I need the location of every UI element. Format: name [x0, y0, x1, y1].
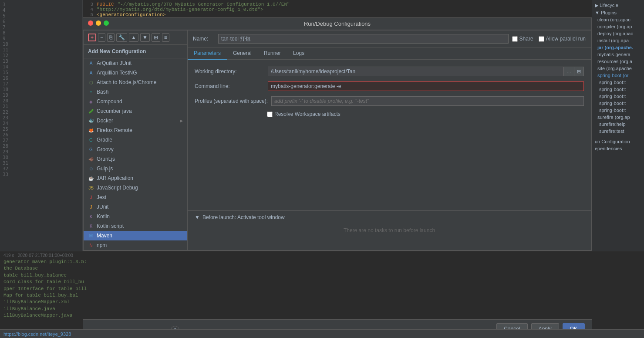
working-directory-row: Working directory: … ⊞	[195, 67, 584, 76]
config-item-label: Jest	[97, 194, 183, 200]
config-item-icon: J	[88, 204, 94, 210]
config-item-icon: JS	[88, 185, 94, 191]
config-item-icon: J	[88, 194, 94, 200]
wrench-button[interactable]: 🔧	[116, 33, 127, 42]
command-line-input[interactable]	[268, 81, 584, 91]
before-launch-empty-text: There are no tasks to run before launch	[344, 227, 435, 233]
maximize-button[interactable]	[104, 20, 109, 26]
sort-button[interactable]: ≡	[162, 33, 169, 42]
resolve-checkbox-label[interactable]: Resolve Workspace artifacts	[267, 111, 341, 117]
tab-general[interactable]: General	[227, 47, 258, 60]
console-output: generator-maven-plugin:1.3.5: the Databa…	[3, 259, 641, 319]
tab-parameters[interactable]: Parameters	[188, 47, 227, 60]
config-item-label: Gradle	[97, 137, 183, 143]
traffic-lights	[88, 20, 109, 26]
config-item-icon: 🐗	[88, 156, 94, 162]
config-list-item[interactable]: ☕JAR Application	[84, 173, 187, 183]
working-directory-input[interactable]	[268, 67, 564, 76]
config-list-item[interactable]: GGradle	[84, 135, 187, 145]
config-item-icon: 🥒	[88, 108, 94, 114]
config-main-panel: Name: Share Allow parallel run Parameter…	[188, 30, 591, 250]
config-list-item[interactable]: AArquillian TestNG	[84, 68, 187, 78]
close-button[interactable]	[88, 20, 93, 26]
tab-logs[interactable]: Logs	[287, 47, 310, 60]
resolve-row: Resolve Workspace artifacts	[195, 111, 584, 117]
status-bar: https://blog.csdn.net/iteye_9328	[0, 329, 644, 338]
before-launch-header[interactable]: ▼ Before launch: Activate tool window	[188, 211, 591, 224]
command-line-row: Command line:	[195, 81, 584, 91]
config-list-item[interactable]: ⊙Gulp.js	[84, 164, 187, 173]
config-item-label: npm	[97, 242, 183, 248]
config-item-label: JUnit	[97, 204, 183, 210]
status-link[interactable]: https://blog.csdn.net/iteye_9328	[3, 331, 71, 337]
profiles-label: Profiles (separated with space):	[195, 98, 268, 104]
resolve-label: Resolve Workspace artifacts	[274, 111, 341, 117]
run-debug-dialog: Run/Debug Configurations + − ⎘ 🔧 ▲ ▼ ⊞ ≡…	[83, 17, 592, 251]
config-item-label: ArQuilian JUnit	[97, 60, 183, 66]
resolve-checkbox[interactable]	[267, 112, 273, 117]
config-item-label: Kotlin script	[97, 223, 183, 229]
config-list-item[interactable]: JSJavaScript Debug	[84, 183, 187, 193]
config-list-item[interactable]: KKotlin	[84, 212, 187, 221]
config-item-icon: N	[88, 242, 94, 248]
config-list-item[interactable]: 🐳Docker▶	[84, 116, 187, 125]
config-item-label: Docker	[97, 118, 178, 124]
config-list-item[interactable]: AArQuilian JUnit	[84, 58, 187, 68]
form-content: Working directory: … ⊞ Command line: Pro…	[188, 60, 591, 210]
config-items-list: AArQuilian JUnitAArquillian TestNG⬡Attac…	[84, 58, 187, 250]
share-checkbox[interactable]	[512, 36, 518, 42]
config-item-icon: ◈	[88, 98, 94, 105]
working-directory-label: Working directory:	[195, 68, 264, 74]
before-launch-chevron: ▼	[195, 214, 200, 220]
config-list-item[interactable]: KKotlin script	[84, 221, 187, 231]
config-item-icon: G	[88, 146, 94, 152]
config-item-label: Firefox Remote	[97, 127, 183, 133]
config-item-label: JAR Application	[97, 175, 183, 181]
command-line-label: Command line:	[195, 83, 264, 89]
profiles-input[interactable]	[271, 96, 584, 106]
parallel-run-checkbox[interactable]	[539, 36, 544, 42]
config-item-icon: ⊙	[88, 166, 94, 172]
config-list-item[interactable]: GGroovy	[84, 145, 187, 154]
config-list-item[interactable]: 🦊Firefox Remote	[84, 125, 187, 135]
config-list-item[interactable]: ≡Bash	[84, 87, 187, 97]
config-list-item[interactable]: 🥒Cucumber java	[84, 106, 187, 116]
down-button[interactable]: ▼	[140, 33, 150, 42]
status-url: https://blog.csdn.net/iteye_9328	[3, 331, 71, 337]
copy-config-button[interactable]: ⎘	[107, 33, 115, 42]
config-item-label: Maven	[97, 233, 183, 239]
remove-config-button[interactable]: −	[98, 33, 105, 42]
tabs-row: Parameters General Runner Logs	[188, 47, 591, 60]
move-button[interactable]: ⊞	[152, 33, 160, 42]
up-button[interactable]: ▲	[129, 33, 138, 42]
config-list-item[interactable]: NNW.js	[84, 250, 187, 250]
add-config-button[interactable]: +	[88, 34, 96, 41]
config-list-item[interactable]: 🐗Grunt.js	[84, 154, 187, 164]
working-directory-browse-btn[interactable]: …	[564, 67, 574, 76]
minimize-button[interactable]	[96, 20, 101, 26]
config-list-item[interactable]: Nnpm	[84, 240, 187, 250]
config-list-item[interactable]: JJest	[84, 193, 187, 202]
config-list-item[interactable]: MMaven	[84, 231, 187, 240]
config-item-label: Grunt.js	[97, 156, 183, 162]
add-new-config-item[interactable]: Add New Configuration	[84, 45, 187, 58]
working-directory-insert-btn[interactable]: ⊞	[574, 67, 584, 76]
config-item-icon: 🐳	[88, 118, 94, 124]
parallel-run-checkbox-label[interactable]: Allow parallel run	[539, 36, 586, 42]
config-item-icon: ⬡	[88, 79, 94, 85]
config-item-label: Kotlin	[97, 213, 183, 220]
config-item-icon: 🦊	[88, 127, 94, 133]
tab-runner[interactable]: Runner	[258, 47, 287, 60]
config-item-icon: ☕	[88, 175, 94, 181]
config-item-label: Groovy	[97, 146, 183, 152]
config-toolbar: + − ⎘ 🔧 ▲ ▼ ⊞ ≡	[84, 30, 187, 45]
config-list-item[interactable]: JJUnit	[84, 202, 187, 212]
share-checkbox-label[interactable]: Share	[512, 36, 533, 42]
config-item-icon: A	[88, 70, 94, 76]
config-list-item[interactable]: ⬡Attach to Node.js/Chrome	[84, 78, 187, 87]
name-input[interactable]	[218, 34, 509, 44]
config-item-icon: K	[88, 223, 94, 229]
config-list-item[interactable]: ◈Compound	[84, 97, 187, 106]
config-item-label: Arquillian TestNG	[97, 70, 183, 76]
config-item-label: Bash	[97, 89, 183, 95]
